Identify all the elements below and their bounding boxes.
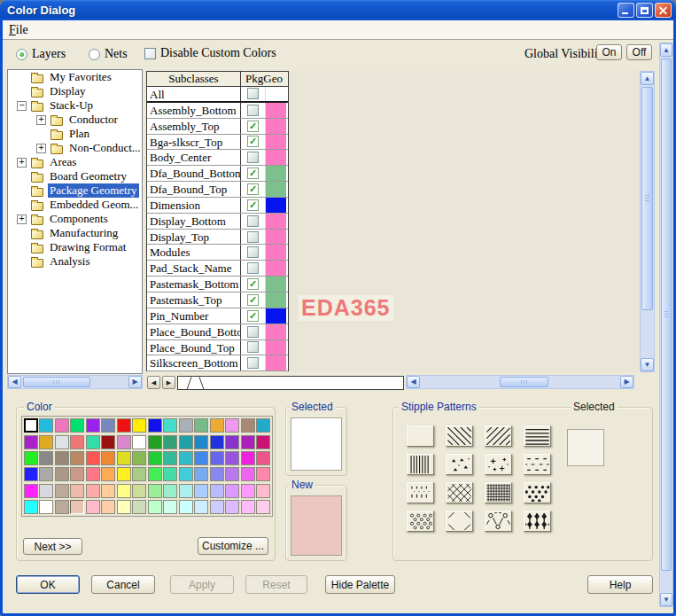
stipple-pattern-solid[interactable] bbox=[407, 425, 434, 447]
disable-custom-colors-group[interactable]: Disable Custom Colors bbox=[144, 46, 276, 60]
plus-expander-icon[interactable]: + bbox=[36, 144, 46, 153]
palette-color-swatch[interactable] bbox=[101, 418, 115, 433]
hide-palette-button[interactable]: Hide Palette bbox=[325, 575, 395, 594]
visibility-checkbox[interactable]: ✓ bbox=[247, 199, 259, 211]
stipple-pattern-diagonal-down[interactable] bbox=[446, 425, 473, 447]
palette-color-swatch[interactable] bbox=[70, 435, 84, 449]
dialog-vertical-scrollbar[interactable]: ▲ ▼ bbox=[659, 43, 673, 607]
palette-color-swatch[interactable] bbox=[225, 418, 239, 433]
menu-file[interactable]: File bbox=[3, 22, 35, 38]
palette-color-swatch[interactable] bbox=[117, 484, 131, 498]
palette-color-swatch[interactable] bbox=[55, 451, 69, 465]
palette-color-swatch[interactable] bbox=[132, 484, 146, 498]
scroll-down-icon[interactable]: ▼ bbox=[641, 358, 654, 371]
palette-color-swatch[interactable] bbox=[24, 500, 38, 514]
palette-color-swatch[interactable] bbox=[256, 435, 270, 449]
palette-color-swatch[interactable] bbox=[86, 484, 100, 498]
palette-color-swatch[interactable] bbox=[179, 500, 193, 514]
palette-color-swatch[interactable] bbox=[194, 435, 208, 449]
global-on-button[interactable]: On bbox=[596, 44, 622, 60]
palette-color-swatch[interactable] bbox=[86, 500, 100, 514]
subclass-color-swatch[interactable] bbox=[265, 245, 286, 260]
visibility-checkbox[interactable] bbox=[247, 152, 259, 163]
palette-color-swatch[interactable] bbox=[210, 451, 224, 465]
visibility-checkbox[interactable]: ✓ bbox=[247, 168, 259, 179]
layers-radio-group[interactable]: Layers bbox=[16, 47, 66, 61]
palette-color-swatch[interactable] bbox=[179, 467, 193, 481]
scroll-right-icon[interactable]: ▶ bbox=[128, 376, 142, 388]
stipple-pattern-triangles[interactable] bbox=[446, 454, 473, 475]
table-tab-left-icon[interactable]: ◀ bbox=[147, 376, 160, 389]
plus-expander-icon[interactable]: + bbox=[17, 214, 27, 224]
palette-color-swatch[interactable] bbox=[210, 435, 224, 449]
palette-color-swatch[interactable] bbox=[179, 435, 193, 449]
palette-color-swatch[interactable] bbox=[163, 418, 177, 433]
palette-color-swatch[interactable] bbox=[117, 500, 131, 514]
canvas-horizontal-scrollbar[interactable]: ◀ ▶ bbox=[406, 375, 634, 389]
subclass-color-swatch[interactable] bbox=[265, 340, 286, 355]
subclass-color-swatch[interactable] bbox=[265, 166, 286, 181]
scroll-up-icon[interactable]: ▲ bbox=[660, 43, 672, 57]
palette-color-swatch[interactable] bbox=[24, 435, 38, 449]
visibility-checkbox[interactable]: ✓ bbox=[247, 310, 259, 322]
scroll-up-icon[interactable]: ▲ bbox=[641, 72, 654, 85]
palette-color-swatch[interactable] bbox=[132, 500, 146, 514]
visibility-checkbox[interactable] bbox=[247, 105, 259, 116]
palette-color-swatch[interactable] bbox=[163, 451, 177, 465]
stipple-pattern-circle-x-lattice[interactable] bbox=[485, 511, 512, 532]
palette-color-swatch[interactable] bbox=[163, 500, 177, 514]
tree-item-my-favorites[interactable]: My Favorites bbox=[8, 70, 142, 84]
tree-item-conductor[interactable]: +Conductor bbox=[8, 113, 142, 127]
subclass-color-swatch[interactable] bbox=[265, 119, 286, 134]
palette-color-swatch[interactable] bbox=[225, 467, 239, 481]
palette-color-swatch[interactable] bbox=[86, 418, 100, 433]
palette-color-swatch[interactable] bbox=[101, 467, 115, 481]
palette-color-swatch[interactable] bbox=[132, 435, 146, 449]
table-sheet-tab[interactable] bbox=[177, 376, 404, 390]
canvas-hscroll-thumb[interactable] bbox=[500, 377, 548, 387]
palette-color-swatch[interactable] bbox=[24, 484, 38, 498]
global-off-button[interactable]: Off bbox=[626, 44, 652, 60]
palette-color-swatch[interactable] bbox=[117, 435, 131, 449]
tree-item-non-conduct-[interactable]: +Non-Conduct... bbox=[8, 141, 142, 155]
plus-expander-icon[interactable]: + bbox=[36, 115, 46, 125]
palette-color-swatch[interactable] bbox=[256, 451, 270, 465]
stipple-pattern-grid[interactable] bbox=[485, 482, 512, 503]
tree-item-display[interactable]: Display bbox=[8, 84, 142, 98]
subclass-color-swatch[interactable] bbox=[265, 324, 286, 339]
subclass-color-swatch[interactable] bbox=[265, 182, 286, 197]
palette-color-swatch[interactable] bbox=[179, 418, 193, 433]
scroll-left-icon[interactable]: ◀ bbox=[407, 376, 420, 388]
visibility-checkbox[interactable] bbox=[247, 246, 259, 258]
palette-color-swatch[interactable] bbox=[163, 484, 177, 498]
subclass-color-swatch[interactable] bbox=[265, 355, 286, 370]
tree-item-plan[interactable]: Plan bbox=[8, 127, 142, 141]
tree-item-embedded-geom-[interactable]: Embedded Geom... bbox=[8, 198, 142, 212]
palette-color-swatch[interactable] bbox=[148, 500, 162, 514]
tree-scroll-thumb[interactable] bbox=[23, 377, 90, 387]
subclass-color-swatch[interactable] bbox=[265, 230, 286, 245]
visibility-checkbox[interactable] bbox=[247, 357, 259, 369]
visibility-checkbox[interactable]: ✓ bbox=[247, 136, 259, 147]
scroll-right-icon[interactable]: ▶ bbox=[620, 376, 633, 388]
palette-color-swatch[interactable] bbox=[179, 484, 193, 498]
subclass-color-swatch[interactable] bbox=[265, 214, 286, 229]
visibility-checkbox[interactable] bbox=[247, 262, 259, 274]
palette-color-swatch[interactable] bbox=[101, 435, 115, 449]
palette-color-swatch[interactable] bbox=[39, 435, 53, 449]
minus-expander-icon[interactable]: − bbox=[17, 101, 27, 111]
stipple-pattern-dashes[interactable] bbox=[524, 454, 551, 475]
palette-color-swatch[interactable] bbox=[117, 467, 131, 481]
palette-color-swatch[interactable] bbox=[55, 435, 69, 449]
palette-color-swatch[interactable] bbox=[86, 467, 100, 481]
stipple-pattern-corner-diagonals[interactable] bbox=[446, 511, 473, 532]
subclass-color-swatch[interactable] bbox=[265, 198, 286, 213]
subclass-color-swatch[interactable] bbox=[265, 292, 286, 308]
subclass-color-swatch[interactable] bbox=[265, 150, 286, 165]
palette-color-swatch[interactable] bbox=[256, 500, 270, 514]
tree-item-areas[interactable]: +Areas bbox=[8, 155, 142, 169]
palette-color-swatch[interactable] bbox=[241, 451, 255, 465]
maximize-button[interactable] bbox=[636, 3, 653, 18]
visibility-checkbox[interactable] bbox=[247, 215, 259, 227]
palette-color-swatch[interactable] bbox=[39, 451, 53, 465]
